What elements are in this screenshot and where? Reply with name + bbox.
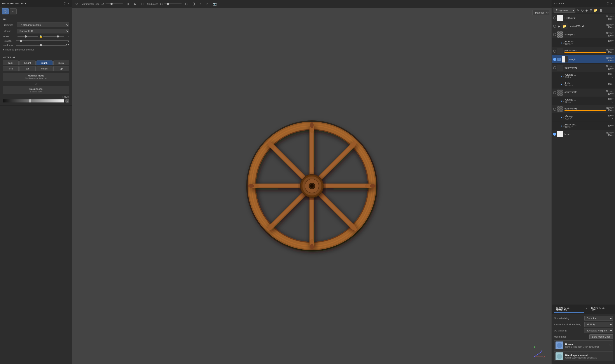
- hardness-label: Hardness: [3, 44, 16, 47]
- layer-item-color-var-03[interactable]: color var 03 Norm ∨ 100 ∨: [552, 64, 615, 72]
- delete-grunge-cv02[interactable]: ✕: [611, 101, 614, 104]
- layer-item-color-var-01[interactable]: color var 01 Norm ∨ 100 ∨: [552, 105, 615, 113]
- rotate-tool-btn[interactable]: ↻: [133, 1, 137, 6]
- layer-radio-paint-specs[interactable]: [553, 50, 556, 53]
- layer-info-color-var-02: color var 02: [564, 91, 606, 94]
- tab-texture-set-list[interactable]: TEXTURE SET LIST: [589, 306, 613, 313]
- gridsteps-slider[interactable]: [164, 3, 182, 4]
- roughness-slider[interactable]: [3, 99, 64, 103]
- layer-sub-grunge-cv02[interactable]: ● ⬦ Grunge ... Norm ∨ 100 ∨ ✕: [552, 97, 615, 105]
- layer-item-base[interactable]: base Norm ∨ 100 ∨: [552, 130, 615, 138]
- layer-sub-masked-cv01[interactable]: ● □ Mask Ed... Norm ∨ 100 ∨: [552, 122, 615, 130]
- tab-texture-set-settings[interactable]: TEXTURE SET SETTINGS: [554, 306, 584, 313]
- layer-thumb-painted-wood: 📁: [561, 23, 568, 29]
- cursor-tool-btn[interactable]: ↺: [74, 1, 79, 6]
- lock-icon[interactable]: 🔒: [39, 35, 42, 38]
- layer-item-fill-layer-1[interactable]: Fill layer 1 Norm ∨ 100 ∨: [552, 30, 615, 39]
- filtering-dropdown[interactable]: Bilinear | HQ: [17, 29, 69, 33]
- viewport-toolbar: ↺ Manipulator Size 0.4 ⊕ ↻ ⊞ Grid steps …: [72, 0, 552, 8]
- layer-info-color-var-03: color var 03: [564, 66, 606, 69]
- projection-dropdown[interactable]: Tri-planar projection: [17, 23, 69, 27]
- mat-btn-color[interactable]: color: [3, 61, 19, 65]
- scale-slider-2[interactable]: [43, 35, 64, 38]
- tab-circle[interactable]: ○: [10, 8, 17, 14]
- flip-v-btn[interactable]: ↕: [199, 1, 202, 6]
- add-paint-layer-icon[interactable]: ✎: [576, 8, 580, 13]
- mat-btn-rough[interactable]: rough: [37, 61, 53, 65]
- layer-radio-color-var-01[interactable]: [553, 108, 556, 111]
- delete-grunge-cv01[interactable]: ✕: [611, 117, 614, 120]
- mat-btn-height[interactable]: height: [19, 61, 35, 65]
- layer-sub-grunge-cv03[interactable]: ● ⬦ Grunge ... Mul ∨ 100 ∨ ✕: [552, 72, 615, 80]
- layer-item-painted-wood[interactable]: ▶ 📁 painted Wood Norm ∨ 100 ∨: [552, 22, 615, 30]
- mat-btn-ao[interactable]: ao: [19, 66, 35, 71]
- mesh-map-normal-thumb: [556, 341, 563, 349]
- mat-btn-emiss[interactable]: emiss: [37, 66, 53, 71]
- sym-tool-btn[interactable]: ⬡: [184, 1, 189, 6]
- delete-layer-icon[interactable]: 🗑: [599, 8, 603, 13]
- manipulator-slider[interactable]: [105, 3, 123, 4]
- mat-btn-nrm[interactable]: nrm: [3, 66, 19, 71]
- layer-radio-base[interactable]: [553, 133, 556, 136]
- ao-mixing-dropdown[interactable]: Multiply: [584, 322, 613, 327]
- minimize-icon[interactable]: ⬡: [607, 2, 609, 5]
- layer-item-fill-layer-2[interactable]: Fill layer 2 Norm ∨ 100 ∨: [552, 14, 615, 22]
- layer-blend-bnwsp: Norm ∨: [565, 43, 608, 45]
- layer-item-rough[interactable]: rough Norm ∨ 100 ∨: [552, 55, 615, 64]
- flip-h-btn[interactable]: ⟨⟩: [191, 1, 196, 6]
- layer-radio-color-var-02[interactable]: [553, 91, 556, 94]
- channel-dropdown[interactable]: Roughness: [554, 8, 575, 13]
- layer-radio-fill-2[interactable]: [553, 16, 556, 19]
- roughness-reset-icon[interactable]: ○: [65, 99, 69, 103]
- add-mask-icon[interactable]: ◈: [585, 8, 588, 13]
- triplanar-settings[interactable]: ▶ Triplanar projection settings: [3, 48, 69, 52]
- layer-sub-light-cv03[interactable]: ● □ Light Norm ∨ 100 ∨: [552, 80, 615, 89]
- layer-sub-grunge-cv01[interactable]: ● ⬦ Grunge ... Ovrl ∨ 100 ∨ ✕: [552, 113, 615, 122]
- add-folder-icon[interactable]: 📁: [593, 8, 598, 13]
- layer-radio-color-var-03[interactable]: [553, 66, 556, 69]
- layers-header-icons: ⬡ ✕: [607, 2, 613, 5]
- layer-item-color-var-02[interactable]: color var 02 Norm ∨ 100 ∨: [552, 89, 615, 97]
- sub-icons-grunge-cv02: ● ⬦: [560, 100, 564, 102]
- mat-btn-op[interactable]: op: [53, 66, 69, 71]
- mat-btn-metal[interactable]: metal: [53, 61, 69, 65]
- add-filter-icon[interactable]: ▽: [589, 8, 592, 13]
- layers-title: LAYERS: [554, 2, 564, 5]
- eye-sub-icon[interactable]: ●: [560, 41, 562, 44]
- close-texture-set[interactable]: ✕: [584, 306, 588, 313]
- scale-slider-1[interactable]: [17, 35, 38, 38]
- hardness-slider[interactable]: [16, 43, 66, 47]
- layer-item-paint-specs[interactable]: paint specs Norm ∨ 100 ∨: [552, 47, 615, 55]
- folder-expand-icon[interactable]: ▶: [557, 24, 561, 28]
- undo-btn[interactable]: ↩: [205, 1, 209, 6]
- close-mesh-map-normal[interactable]: ✕: [609, 344, 611, 347]
- mesh-map-wsn-sub: World Space Normals defaultMat: [565, 357, 611, 359]
- close-icon[interactable]: ✕: [67, 2, 70, 5]
- delete-bnwsp[interactable]: ✕: [611, 42, 614, 46]
- gridsteps-val: 0.1: [159, 3, 163, 5]
- mask-sub-icon[interactable]: □: [563, 41, 564, 44]
- camera-btn[interactable]: 📷: [212, 1, 218, 6]
- layer-radio-painted-wood[interactable]: [553, 25, 556, 28]
- close-layers-icon[interactable]: ✕: [610, 2, 613, 5]
- layer-radio-rough[interactable]: [553, 58, 556, 61]
- tab-hex[interactable]: ⬡: [2, 8, 9, 14]
- maximize-icon[interactable]: ⬡: [64, 2, 66, 5]
- layer-info-grunge-cv01: Grunge ... Ovrl ∨: [565, 115, 608, 120]
- rotation-slider[interactable]: [16, 39, 68, 43]
- normal-mixing-dropdown[interactable]: Combine: [584, 316, 613, 321]
- delete-grunge-cv03[interactable]: ✕: [611, 76, 614, 79]
- layer-thumb-color-var-02: [557, 90, 563, 96]
- hardness-val: 0.5: [66, 44, 69, 47]
- material-view-dropdown[interactable]: Material: [532, 10, 549, 15]
- layer-right-grunge-cv03: 100 ∨ ✕: [608, 73, 614, 79]
- layer-radio-fill-1[interactable]: [553, 33, 556, 36]
- layer-sub-bnwsp[interactable]: ● □ BnW Sp... Norm ∨ 100 ∨ ✕: [552, 39, 615, 47]
- uv-padding-row: UV padding 3D Space Neighbor: [554, 328, 613, 333]
- uv-padding-dropdown[interactable]: 3D Space Neighbor: [584, 328, 613, 333]
- bake-mesh-maps-btn[interactable]: Bake Mesh Maps: [589, 334, 613, 339]
- move-tool-btn[interactable]: ⊕: [125, 1, 130, 6]
- add-fill-layer-icon[interactable]: ⬡: [581, 8, 584, 13]
- layer-info-masked: Mask Ed... Norm ∨: [565, 123, 608, 128]
- scale-tool-btn[interactable]: ⊞: [140, 1, 145, 6]
